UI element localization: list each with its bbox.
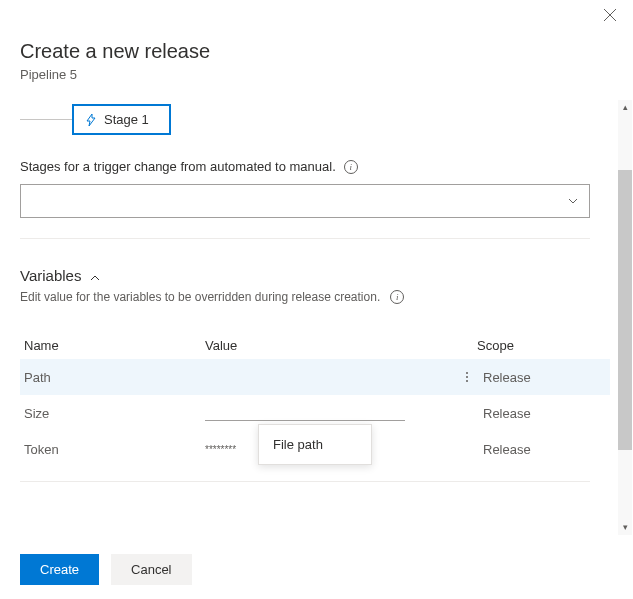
value-input[interactable] — [205, 405, 405, 421]
var-scope: Release — [483, 370, 531, 385]
column-value: Value — [205, 338, 455, 353]
var-name: Size — [20, 406, 205, 421]
chevron-up-icon — [89, 270, 101, 282]
scrollbar-thumb[interactable] — [618, 170, 632, 450]
create-button[interactable]: Create — [20, 554, 99, 585]
var-scope: Release — [483, 406, 531, 421]
info-icon[interactable]: i — [344, 160, 358, 174]
lightning-icon — [84, 113, 98, 127]
footer: Create Cancel — [20, 554, 192, 585]
column-name: Name — [20, 338, 205, 353]
scroll-down-icon[interactable]: ▾ — [618, 520, 632, 534]
cancel-button[interactable]: Cancel — [111, 554, 191, 585]
var-name: Token — [20, 442, 205, 457]
variables-description: Edit value for the variables to be overr… — [20, 290, 613, 304]
variables-title: Variables — [20, 267, 81, 284]
pipeline-name: Pipeline 5 — [20, 67, 613, 82]
var-value[interactable] — [205, 405, 455, 421]
info-icon[interactable]: i — [390, 290, 404, 304]
kebab-menu-icon[interactable] — [459, 368, 475, 386]
masked-value: ******** — [205, 444, 236, 455]
stage-node[interactable]: Stage 1 — [72, 104, 171, 135]
close-icon[interactable] — [603, 8, 623, 28]
chevron-down-icon — [567, 195, 579, 207]
stage-label: Stage 1 — [104, 112, 149, 127]
divider — [20, 238, 590, 239]
column-scope: Scope — [455, 338, 610, 353]
var-name: Path — [20, 370, 205, 385]
trigger-section-label: Stages for a trigger change from automat… — [20, 159, 613, 174]
trigger-stages-dropdown[interactable] — [20, 184, 590, 218]
stage-connector — [20, 119, 72, 120]
table-row[interactable]: Path Release — [20, 359, 610, 395]
divider — [20, 481, 590, 482]
tooltip: File path — [258, 424, 372, 465]
page-title: Create a new release — [20, 40, 613, 63]
panel-header: Create a new release Pipeline 5 — [0, 0, 633, 92]
scroll-up-icon[interactable]: ▴ — [618, 100, 632, 114]
variables-toggle[interactable]: Variables — [20, 267, 613, 284]
table-header: Name Value Scope — [20, 332, 610, 359]
var-scope: Release — [483, 442, 531, 457]
stage-graph: Stage 1 — [20, 104, 613, 135]
